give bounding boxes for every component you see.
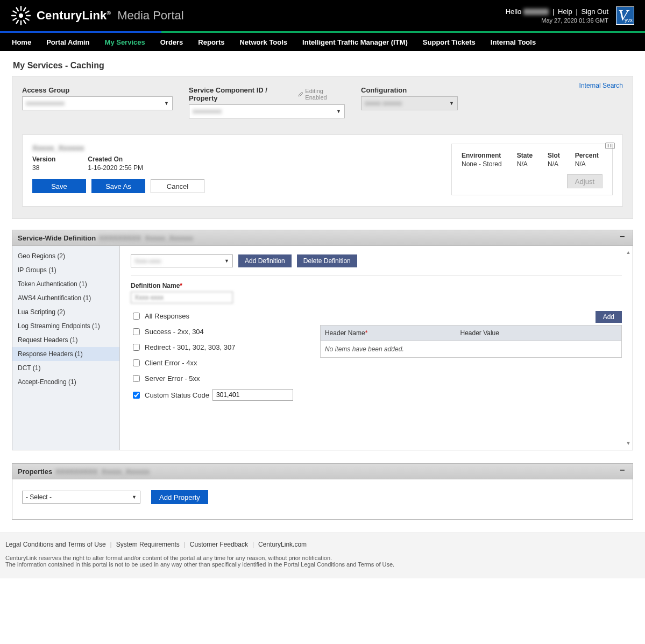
cancel-button[interactable]: Cancel bbox=[151, 179, 204, 193]
footer-link[interactable]: Legal Conditions and Terms of Use bbox=[5, 541, 106, 548]
page-title: My Services - Caching bbox=[1, 51, 644, 76]
footer-line1: CenturyLink reserves the right to alter … bbox=[5, 555, 640, 561]
swd-tab[interactable]: Log Streaming Endpoints (1) bbox=[12, 319, 119, 333]
config-panel: Internal Search Access Group xxxxxxxxxxx… bbox=[12, 76, 633, 219]
col-header-value: Header Value bbox=[456, 325, 597, 341]
scid-select[interactable]: xxxxxxxxx▼ bbox=[189, 104, 345, 118]
help-link[interactable]: Help bbox=[558, 8, 572, 16]
pencil-icon bbox=[298, 91, 303, 97]
nav-item-orders[interactable]: Orders bbox=[153, 33, 191, 51]
editing-enabled-badge: Editing Enabled bbox=[298, 88, 345, 101]
custom-code-input[interactable] bbox=[212, 389, 293, 401]
caret-down-icon: ▼ bbox=[336, 109, 341, 114]
props-body: - Select - ▼ Add Property bbox=[12, 479, 633, 520]
user-line: Hello xxxxx | Help | Sign Out bbox=[506, 8, 608, 16]
swd-side-tabs: Geo Regions (2)IP Groups (1)Token Authen… bbox=[12, 246, 120, 450]
chk-redirect[interactable]: Redirect - 301, 302, 303, 307 bbox=[131, 342, 293, 352]
definition-name-input[interactable] bbox=[131, 292, 233, 303]
collapse-icon[interactable]: − bbox=[620, 234, 627, 242]
swd-tab[interactable]: DCT (1) bbox=[12, 361, 119, 375]
swd-subtitle-blur: XXXXXXXXX Xxxxx_Xxxxxx bbox=[99, 234, 193, 242]
brand-sub: Media Portal bbox=[117, 9, 184, 23]
footer-link[interactable]: CenturyLink.com bbox=[258, 541, 307, 548]
footer: Legal Conditions and Terms of Use|System… bbox=[0, 533, 645, 578]
percent-label: Percent bbox=[575, 152, 599, 159]
chk-server-error[interactable]: Server Error - 5xx bbox=[131, 373, 293, 384]
footer-link[interactable]: System Requirements bbox=[116, 541, 180, 548]
scroll-up-icon[interactable]: ▲ bbox=[625, 249, 632, 256]
access-group-label: Access Group bbox=[22, 86, 173, 94]
swd-tab[interactable]: AWS4 Authentification (1) bbox=[12, 291, 119, 305]
swd-tab[interactable]: Geo Regions (2) bbox=[12, 249, 119, 263]
svg-rect-1 bbox=[20, 6, 22, 11]
swd-tab[interactable]: IP Groups (1) bbox=[12, 263, 119, 277]
access-group-select[interactable]: xxxxxxxxxxxx▼ bbox=[22, 96, 173, 110]
configuration-select[interactable]: xxxxx xxxxxx▼ bbox=[361, 96, 458, 110]
swd-tab[interactable]: Token Authentication (1) bbox=[12, 277, 119, 291]
chk-all-responses[interactable]: All Responses bbox=[131, 311, 293, 321]
percent-value: N/A bbox=[575, 160, 599, 168]
chk-success[interactable]: Success - 2xx, 304 bbox=[131, 327, 293, 337]
add-header-button[interactable]: Add bbox=[596, 311, 622, 323]
add-property-button[interactable]: Add Property bbox=[151, 490, 208, 504]
nav-item-my-services[interactable]: My Services bbox=[97, 33, 153, 51]
config-box: Xxxxx_Xxxxxx Version 38 Created On 1-16-… bbox=[22, 135, 623, 207]
nav-item-internal-tools[interactable]: Internal Tools bbox=[483, 33, 543, 51]
chk-custom-code[interactable]: Custom Status Code bbox=[131, 389, 293, 401]
props-subtitle-blur: XXXXXXXXX Xxxxx_Xxxxxx bbox=[55, 468, 150, 476]
divider bbox=[131, 275, 622, 275]
nav-item-support-tickets[interactable]: Support Tickets bbox=[415, 33, 483, 51]
footer-links: Legal Conditions and Terms of Use|System… bbox=[5, 541, 640, 548]
internal-search-link[interactable]: Internal Search bbox=[579, 82, 623, 89]
swd-tab[interactable]: Response Headers (1) bbox=[12, 347, 119, 361]
selector-row: Access Group xxxxxxxxxxxx▼ Service Compo… bbox=[22, 86, 623, 118]
definition-name-label: Definition Name* bbox=[131, 282, 182, 289]
caret-down-icon: ▼ bbox=[132, 494, 137, 500]
env-label: Environment bbox=[462, 152, 502, 159]
scroll-down-icon[interactable]: ▼ bbox=[625, 440, 632, 447]
username-blur: xxxxx bbox=[523, 9, 549, 15]
nav-item-reports[interactable]: Reports bbox=[190, 33, 232, 51]
caret-down-icon: ▼ bbox=[164, 101, 169, 106]
keyboard-icon[interactable] bbox=[605, 143, 615, 149]
swd-tab[interactable]: Request Headers (1) bbox=[12, 333, 119, 347]
brand-main: CenturyLink bbox=[37, 9, 107, 22]
chk-client-error[interactable]: Client Error - 4xx bbox=[131, 358, 293, 368]
footer-link[interactable]: Customer Feedback bbox=[190, 541, 248, 548]
save-as-button[interactable]: Save As bbox=[91, 179, 145, 193]
definition-select[interactable]: Xxxx-xxxx▼ bbox=[131, 254, 233, 267]
table-empty-row: No items have been added. bbox=[320, 341, 621, 358]
header-table: Header Name* Header Value No items have … bbox=[320, 325, 622, 358]
collapse-icon[interactable]: − bbox=[620, 468, 627, 475]
delete-definition-button[interactable]: Delete Definition bbox=[297, 254, 357, 267]
nav-item-intelligent-traffic-manager-itm-[interactable]: Intelligent Traffic Manager (ITM) bbox=[295, 33, 415, 51]
scid-label: Service Component ID / Property bbox=[189, 86, 294, 102]
version-value: 38 bbox=[32, 164, 55, 172]
nav-item-home[interactable]: Home bbox=[0, 33, 39, 51]
props-title: Properties bbox=[18, 468, 52, 476]
adjust-button[interactable]: Adjust bbox=[567, 174, 603, 188]
save-button[interactable]: Save bbox=[32, 179, 86, 193]
brand: CenturyLink® Media Portal bbox=[11, 5, 184, 26]
scroll-track[interactable]: ▲ ▼ bbox=[625, 249, 632, 447]
slot-value: N/A bbox=[548, 160, 560, 168]
hello-label: Hello bbox=[506, 8, 522, 16]
col-header-name: Header Name bbox=[325, 329, 365, 337]
brand-text: CenturyLink® Media Portal bbox=[37, 9, 184, 23]
nav-item-network-tools[interactable]: Network Tools bbox=[232, 33, 295, 51]
property-select[interactable]: - Select - ▼ bbox=[22, 491, 140, 504]
col-actions bbox=[598, 325, 622, 341]
definition-area: Xxxx-xxxx▼ Add Definition Delete Definit… bbox=[120, 246, 633, 450]
configuration-label: Configuration bbox=[361, 86, 458, 94]
swd-title: Service-Wide Definition bbox=[18, 234, 96, 242]
state-value: N/A bbox=[517, 160, 533, 168]
version-label: Version bbox=[32, 155, 55, 163]
timestamp: May 27, 2020 01:36 GMT bbox=[541, 17, 608, 24]
swd-tab[interactable]: Lua Scripting (2) bbox=[12, 305, 119, 319]
add-definition-button[interactable]: Add Definition bbox=[238, 254, 292, 267]
swd-tab[interactable]: Accept-Encoding (1) bbox=[12, 375, 119, 389]
signout-link[interactable]: Sign Out bbox=[581, 8, 608, 16]
nav-item-portal-admin[interactable]: Portal Admin bbox=[39, 33, 97, 51]
swd-header: Service-Wide Definition XXXXXXXXX Xxxxx_… bbox=[12, 230, 633, 246]
property-select-placeholder: - Select - bbox=[26, 493, 52, 501]
